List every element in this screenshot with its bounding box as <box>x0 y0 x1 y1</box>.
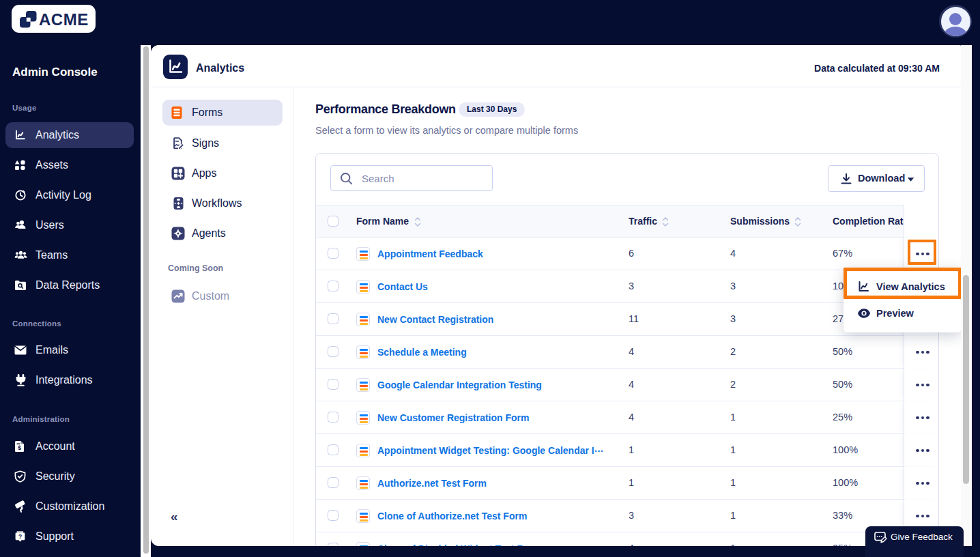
svg-text:ACME: ACME <box>39 10 89 29</box>
svg-text:?: ? <box>18 533 22 540</box>
svg-text:$: $ <box>18 444 21 451</box>
